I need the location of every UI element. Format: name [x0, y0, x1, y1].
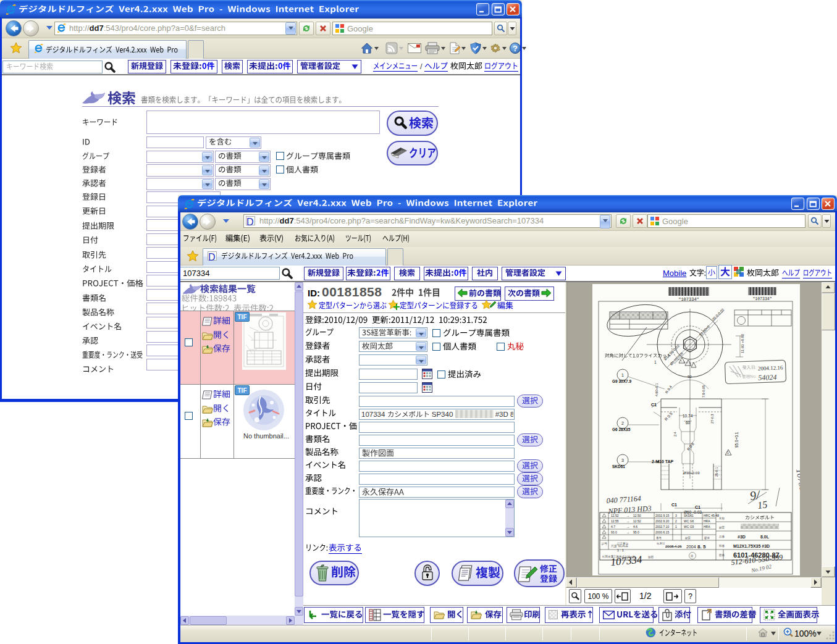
- svg-text:2008.4.26: 2008.4.26: [665, 545, 682, 548]
- svg-text:2-M10 TAP: 2-M10 TAP: [652, 459, 674, 464]
- svg-text:HRC 45-48: HRC 45-48: [704, 514, 719, 517]
- svg-text:HRA: HRA: [704, 525, 710, 529]
- svg-text:2: 2: [675, 519, 677, 523]
- svg-text:年月日: 年月日: [657, 542, 665, 545]
- svg-text:WC G9: WC G9: [684, 525, 694, 529]
- svg-text:4.7: 4.7: [611, 525, 615, 529]
- svg-text:12.50: 12.50: [633, 514, 641, 517]
- svg-text:G6 28X35: G6 28X35: [612, 427, 631, 432]
- svg-text:SKD61: SKD61: [684, 514, 694, 517]
- svg-text:→: →: [626, 530, 629, 534]
- svg-text:Ø30+0.03: Ø30+0.03: [683, 471, 700, 475]
- svg-text:95.0: 95.0: [633, 530, 639, 534]
- svg-text:2000.6.15: 2000.6.15: [655, 530, 669, 534]
- svg-text:11.93 +0.02: 11.93 +0.02: [741, 333, 744, 353]
- svg-text:→: →: [626, 514, 629, 517]
- svg-text:6101-46280-87: 6101-46280-87: [733, 551, 780, 559]
- svg-text:HRA: HRA: [704, 519, 710, 523]
- svg-text:15: 15: [757, 499, 768, 511]
- svg-text:→: →: [626, 525, 629, 529]
- svg-text:2: 2: [621, 421, 624, 425]
- svg-text:93.0: 93.0: [611, 530, 617, 534]
- svg-text:C1: C1: [651, 403, 657, 407]
- svg-text:材質: 材質: [684, 536, 691, 540]
- svg-text:1: 1: [621, 373, 624, 377]
- svg-text:尺度 SCALE: 尺度 SCALE: [611, 544, 628, 548]
- svg-text:4.6: 4.6: [633, 525, 637, 529]
- svg-text:27-0.3: 27-0.3: [710, 414, 714, 424]
- svg-text:SKD61: SKD61: [612, 464, 625, 469]
- svg-text:G9 30X7.9: G9 30X7.9: [612, 379, 631, 383]
- svg-text:品番: 品番: [719, 535, 725, 538]
- svg-text:1: 1: [727, 451, 729, 454]
- svg-text:改: 改: [691, 554, 694, 558]
- svg-text:製図: 製図: [648, 556, 654, 559]
- svg-text:番号: 番号: [656, 536, 662, 540]
- svg-text:7.9-0.05: 7.9-0.05: [702, 385, 705, 398]
- svg-text:松岡金属工業株式会社: 松岡金属工業株式会社: [602, 554, 631, 558]
- svg-text:1: 1: [654, 360, 657, 364]
- svg-text:3: 3: [621, 458, 624, 462]
- svg-text:#3D: #3D: [738, 535, 746, 539]
- svg-text:WC G6: WC G6: [684, 519, 694, 523]
- svg-text:材質: 材質: [718, 525, 725, 530]
- svg-text:硬度: 硬度: [704, 536, 710, 540]
- svg-text:?: ?: [513, 44, 518, 53]
- svg-text:54024: 54024: [758, 373, 776, 382]
- svg-text:図番: 図番: [719, 553, 725, 557]
- svg-text:2002.9.15: 2002.9.15: [655, 514, 669, 517]
- svg-text:名称: 名称: [719, 517, 725, 520]
- svg-text:90: 90: [688, 375, 692, 378]
- svg-text:12.52: 12.52: [611, 514, 619, 517]
- svg-text:1: 1: [675, 525, 677, 529]
- svg-text:M12X1.75X35 #3D: M12X1.75X35 #3D: [733, 544, 770, 548]
- svg-text:1 : 1: 1 : 1: [617, 548, 624, 552]
- svg-text:2002.7.10: 2002.7.10: [655, 525, 669, 529]
- svg-text:型番: 型番: [718, 544, 725, 548]
- svg-text:2.4: 2.4: [673, 432, 677, 437]
- svg-text:60: 60: [686, 420, 691, 425]
- svg-text:12.52: 12.52: [633, 519, 641, 523]
- svg-text:25-0.1: 25-0.1: [715, 467, 718, 477]
- svg-text:8. 5: 8. 5: [697, 544, 706, 550]
- svg-text:4.60+0.1: 4.60+0.1: [655, 383, 658, 396]
- svg-text:12.55: 12.55: [611, 519, 619, 523]
- svg-text:"107334": "107334": [752, 297, 772, 301]
- svg-text:2002.9.20: 2002.9.20: [655, 519, 669, 523]
- svg-text:C1: C1: [695, 505, 700, 509]
- svg-text:→: →: [626, 519, 629, 523]
- svg-text:2004: 2004: [686, 545, 696, 549]
- svg-text:検図: 検図: [629, 556, 635, 559]
- svg-text:3: 3: [675, 514, 677, 517]
- svg-text:C1: C1: [671, 503, 677, 507]
- svg-text:10.74: 10.74: [683, 414, 693, 418]
- svg-text:8.0L: 8.0L: [760, 535, 770, 539]
- svg-text:2004.12.16: 2004.12.16: [758, 364, 783, 371]
- svg-text:95.0+0.1: 95.0+0.1: [734, 432, 739, 448]
